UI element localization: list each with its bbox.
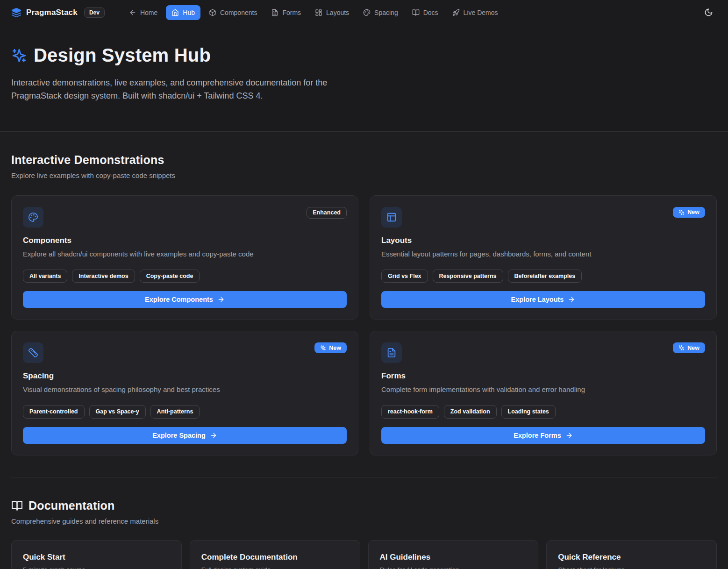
nav-item-docs[interactable]: Docs — [407, 5, 444, 20]
book-open-icon — [412, 9, 420, 16]
tag-zod-validation: Zod validation — [444, 405, 497, 418]
doc-card-grid: Quick Start 5-minute crash course Comple… — [11, 540, 717, 569]
brand-name: PragmaStack — [26, 8, 78, 17]
dev-badge: Dev — [84, 7, 105, 18]
docs-subheading: Comprehensive guides and reference mater… — [11, 517, 717, 525]
moon-icon — [704, 8, 713, 17]
demo-card-forms[interactable]: New Forms Complete form implementations … — [370, 331, 717, 455]
rocket-icon — [452, 9, 460, 16]
hero-section: Design System Hub Interactive demonstrat… — [0, 25, 728, 132]
box-icon — [209, 9, 216, 16]
nav-item-layouts[interactable]: Layouts — [309, 5, 355, 20]
tag-copy-paste-code: Copy-paste code — [140, 270, 200, 283]
explore-layouts-button[interactable]: Explore Layouts — [381, 291, 705, 308]
tag-row: react-hook-formZod validationLoading sta… — [381, 405, 705, 418]
doc-card-description: 5-minute crash course — [23, 566, 170, 569]
doc-card-title: Quick Start — [23, 553, 170, 562]
demo-card-components[interactable]: Enhanced Components Explore all shadcn/u… — [11, 195, 358, 320]
doc-card-description: Cheat sheet for lookups — [558, 566, 705, 569]
docs-heading: Documentation — [29, 499, 115, 512]
panels-top-left-icon — [381, 207, 402, 228]
nav-item-hub[interactable]: Hub — [166, 5, 200, 20]
tag-loading-states: Loading states — [501, 405, 556, 418]
tag-all-variants: All variants — [23, 270, 67, 283]
docs-section: Documentation Comprehensive guides and r… — [11, 499, 717, 569]
docs-heading-row: Documentation — [11, 499, 717, 512]
palette-icon — [363, 9, 371, 16]
arrow-right-icon — [217, 296, 225, 303]
nav-item-live-demos[interactable]: Live Demos — [447, 5, 504, 20]
demos-subheading: Explore live examples with copy-paste co… — [11, 171, 717, 179]
doc-card-complete-documentation[interactable]: Complete Documentation Full design syste… — [190, 540, 360, 569]
card-description: Explore all shadcn/ui components with li… — [23, 249, 347, 259]
demos-section: Interactive Demonstrations Explore live … — [11, 153, 717, 455]
tag-row: Parent-controlledGap vs Space-yAnti-patt… — [23, 405, 347, 418]
brand[interactable]: PragmaStack Dev — [11, 7, 105, 18]
page-title: Design System Hub — [34, 45, 211, 66]
main-content: Interactive Demonstrations Explore live … — [0, 153, 728, 569]
arrow-right-icon — [565, 432, 573, 439]
page-title-row: Design System Hub — [11, 45, 717, 66]
doc-card-quick-reference[interactable]: Quick Reference Cheat sheet for lookups — [546, 540, 717, 569]
doc-card-ai-guidelines[interactable]: AI Guidelines Rules for AI code generati… — [368, 540, 539, 569]
book-open-icon — [11, 500, 23, 512]
tag-before-after-examples: Before/after examples — [508, 270, 582, 283]
arrow-left-icon — [129, 9, 136, 16]
page-subtitle: Interactive demonstrations, live example… — [11, 76, 367, 102]
doc-card-title: Complete Documentation — [201, 553, 349, 562]
demos-heading: Interactive Demonstrations — [11, 153, 717, 167]
tag-anti-patterns: Anti-patterns — [150, 405, 200, 418]
card-badge: New — [673, 207, 705, 218]
arrow-right-icon — [210, 432, 217, 439]
file-text-icon — [271, 9, 278, 16]
tag-gap-vs-space-y: Gap vs Space-y — [89, 405, 146, 418]
tag-interactive-demos: Interactive demos — [72, 270, 135, 283]
navbar: PragmaStack Dev Home Hub Components Form… — [0, 0, 728, 25]
demo-card-spacing[interactable]: New Spacing Visual demonstrations of spa… — [11, 331, 358, 455]
arrow-right-icon — [568, 296, 575, 303]
tag-parent-controlled: Parent-controlled — [23, 405, 85, 418]
card-badge: Enhanced — [307, 207, 347, 219]
card-description: Complete form implementations with valid… — [381, 384, 705, 395]
tag-row: Grid vs FlexResponsive patternsBefore/af… — [381, 270, 705, 283]
card-badge: New — [314, 342, 347, 353]
doc-card-quick-start[interactable]: Quick Start 5-minute crash course — [11, 540, 182, 569]
tag-row: All variantsInteractive demosCopy-paste … — [23, 270, 347, 283]
nav-item-forms[interactable]: Forms — [265, 5, 307, 20]
home-icon — [171, 9, 179, 16]
doc-card-description: Rules for AI code generation — [380, 566, 527, 569]
theme-toggle-button[interactable] — [700, 4, 717, 21]
card-title: Spacing — [23, 371, 347, 381]
doc-card-description: Full design system guide — [201, 566, 349, 569]
tag-responsive-patterns: Responsive patterns — [433, 270, 503, 283]
palette-icon — [23, 207, 43, 228]
card-description: Visual demonstrations of spacing philoso… — [23, 384, 347, 395]
sparkles-icon — [11, 48, 27, 64]
main-nav: Home Hub Components Forms Layouts Spacin… — [123, 5, 504, 20]
card-description: Essential layout patterns for pages, das… — [381, 249, 705, 259]
explore-components-button[interactable]: Explore Components — [23, 291, 347, 308]
section-divider — [11, 477, 717, 477]
explore-forms-button[interactable]: Explore Forms — [381, 427, 705, 444]
card-title: Layouts — [381, 236, 705, 245]
demo-card-grid: Enhanced Components Explore all shadcn/u… — [11, 195, 717, 455]
nav-item-components[interactable]: Components — [203, 5, 263, 20]
card-badge: New — [673, 342, 705, 353]
card-title: Forms — [381, 371, 705, 381]
doc-card-title: AI Guidelines — [380, 553, 527, 562]
doc-card-title: Quick Reference — [558, 553, 705, 562]
explore-spacing-button[interactable]: Explore Spacing — [23, 427, 347, 444]
nav-item-home[interactable]: Home — [123, 5, 163, 20]
nav-item-spacing[interactable]: Spacing — [357, 5, 404, 20]
layout-grid-icon — [315, 9, 322, 16]
tag-grid-vs-flex: Grid vs Flex — [381, 270, 428, 283]
demo-card-layouts[interactable]: New Layouts Essential layout patterns fo… — [370, 195, 717, 320]
layers-icon — [11, 7, 21, 18]
tag-react-hook-form: react-hook-form — [381, 405, 439, 418]
ruler-icon — [23, 342, 43, 363]
card-title: Components — [23, 236, 347, 245]
file-text-icon — [381, 342, 402, 363]
